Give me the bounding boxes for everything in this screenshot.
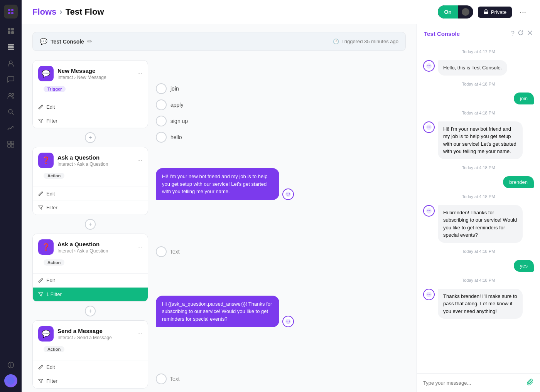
flow-canvas: 💬 Test Console ✏ 🕐 Triggered 35 minutes … [22, 24, 417, 392]
connector-dot-2[interactable]: + [85, 219, 96, 230]
svg-point-42 [427, 210, 428, 211]
bot-bubble-icon-2 [282, 316, 294, 327]
step-card-header-new-message: 💬 New Message Interact › New Message ··· [33, 61, 148, 85]
contacts-icon[interactable] [4, 56, 18, 70]
svg-rect-16 [11, 141, 14, 144]
edit-button-ask2[interactable]: Edit [33, 274, 148, 288]
toggle-on-label: On [438, 5, 457, 19]
svg-point-22 [7, 377, 15, 385]
timestamp-6: Today at 4:18 PM [423, 249, 534, 254]
bot-bubble-2: Hi {{ask_a_question.parsed_answer}}! Tha… [156, 296, 279, 328]
msg-bubble-out-brenden: brenden [503, 176, 534, 188]
step-more-new-message[interactable]: ··· [137, 70, 142, 77]
filter-button-ask1[interactable]: Filter [33, 201, 148, 215]
info-icon[interactable] [4, 358, 18, 372]
step-wrapper-ask1: ❓ Ask a Question Interact › Ask a Questi… [32, 147, 148, 234]
sidebar-logo [4, 5, 18, 19]
test-help-icon[interactable]: ? [511, 30, 515, 37]
flow-run-edit-icon[interactable]: ✏ [87, 38, 92, 45]
trigger-text-join: join [170, 86, 179, 92]
messages-icon[interactable] [4, 72, 18, 86]
edit-button-send[interactable]: Edit [33, 360, 148, 374]
bot-bubble-row-1: Hi! I'm your new bot friend and my job i… [156, 168, 406, 200]
svg-point-29 [289, 321, 290, 322]
svg-rect-9 [8, 46, 14, 48]
svg-point-35 [426, 63, 432, 69]
apps-icon[interactable] [4, 137, 18, 151]
test-panel-title: Test Console [424, 30, 508, 37]
flow-run-console-icon: 💬 [40, 38, 47, 45]
connector-dot-1[interactable]: + [85, 132, 96, 143]
attach-icon [527, 379, 534, 385]
svg-point-25 [287, 193, 288, 194]
msg-bot-icon-3 [423, 205, 435, 217]
dashboard-icon[interactable] [4, 24, 18, 38]
private-button[interactable]: Private [478, 7, 512, 18]
bubble-section-1: Hi! I'm your new bot friend and my job i… [156, 168, 406, 200]
edit-icon-ask2 [38, 278, 43, 283]
msg-bubble-in-3: Hi brenden! Thanks for subscribing to ou… [438, 205, 523, 243]
msg-row-user-brenden: brenden [423, 176, 534, 188]
step-badge-new-message: Trigger [44, 86, 66, 92]
trigger-item-apply: apply [156, 99, 406, 110]
private-label: Private [491, 9, 506, 15]
trigger-item-signup: sign up [156, 116, 406, 126]
step-title-ask1: Ask a Question [57, 154, 133, 161]
input-section-2: Text [156, 373, 406, 384]
bot-bubble-1: Hi! I'm your new bot friend and my job i… [156, 168, 279, 200]
breadcrumb-flows[interactable]: Flows [32, 7, 56, 17]
step-card-send: 💬 Send a Message Interact › Send a Messa… [32, 320, 148, 389]
breadcrumb: Flows › Test Flow [32, 7, 104, 17]
canvas-layout: 💬 New Message Interact › New Message ···… [32, 60, 406, 392]
test-refresh-icon[interactable] [518, 30, 524, 37]
filter-button-new-message[interactable]: Filter [33, 114, 148, 128]
step-actions-ask2: Edit 1 Filter [33, 273, 148, 301]
flows-icon[interactable] [4, 40, 18, 54]
step-more-ask1[interactable]: ··· [137, 157, 142, 164]
step-card-header-send: 💬 Send a Message Interact › Send a Messa… [33, 321, 148, 345]
msg-bot-icon-2 [423, 121, 435, 133]
edit-icon-ask1 [38, 191, 43, 196]
timestamp-4: Today at 4:18 PM [423, 165, 534, 170]
msg-bubble-in-2: Hi! I'm your new bot friend and my job i… [438, 121, 523, 159]
page-title: Test Flow [66, 7, 104, 17]
step-subtitle-new-message: Interact › New Message [57, 75, 133, 80]
search-icon[interactable] [4, 105, 18, 119]
trigger-circle-signup [156, 116, 167, 126]
svg-point-21 [10, 363, 11, 364]
test-message-input[interactable] [423, 380, 524, 386]
step-card-ask1: ❓ Ask a Question Interact › Ask a Questi… [32, 147, 148, 215]
svg-point-1 [11, 9, 14, 11]
more-options-button[interactable]: ··· [516, 6, 529, 18]
connector-dot-3[interactable]: + [85, 306, 96, 316]
avatar[interactable] [4, 374, 17, 387]
svg-point-2 [8, 12, 10, 14]
test-attach-button[interactable] [527, 379, 534, 387]
trigger-item-join: join [156, 83, 406, 94]
toggle-circle [462, 8, 469, 16]
step-info-send: Send a Message Interact › Send a Message [57, 328, 133, 340]
edit-button-ask1[interactable]: Edit [33, 187, 148, 201]
svg-rect-15 [8, 141, 10, 144]
input-circle-2 [156, 373, 167, 384]
trigger-circle-apply [156, 99, 167, 110]
toggle-button[interactable]: On [438, 5, 473, 19]
filter-active-button-ask2[interactable]: 1 Filter [33, 288, 148, 301]
analytics-icon[interactable] [4, 121, 18, 135]
users-icon[interactable] [4, 89, 18, 103]
svg-point-40 [429, 126, 430, 127]
svg-rect-17 [8, 145, 10, 147]
step-more-ask2[interactable]: ··· [137, 244, 142, 251]
test-input-area [417, 373, 540, 392]
msg-row-user-join: join [423, 93, 534, 104]
edit-icon [38, 104, 43, 109]
test-messages: Today at 4:17 PM Hello, this is Test Con… [417, 43, 540, 373]
step-more-send[interactable]: ··· [137, 330, 142, 337]
filter-icon-send [38, 379, 43, 384]
test-close-icon[interactable] [527, 30, 533, 37]
flow-run-left: 💬 Test Console ✏ [40, 38, 92, 45]
input-section-1: Text [156, 246, 406, 257]
msg-bot-icon-1 [423, 60, 435, 72]
edit-button-new-message[interactable]: Edit [33, 100, 148, 114]
filter-button-send[interactable]: Filter [33, 374, 148, 388]
